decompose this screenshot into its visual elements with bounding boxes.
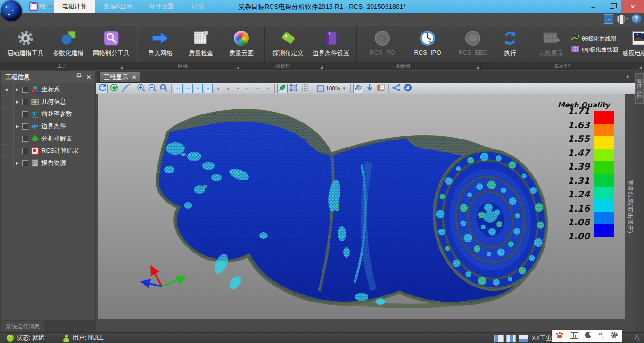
legend-color-band (594, 136, 614, 149)
menu-tab-4[interactable]: 软件设置 (141, 0, 182, 13)
menu-tab-1[interactable]: 工程 (25, 0, 54, 13)
gear-small-icon[interactable] (611, 331, 618, 341)
tree-checkbox[interactable] (22, 136, 28, 142)
ribbon-button-启动建模工具[interactable]: 启动建模工具 (3, 27, 48, 61)
ribbon-button-感应电磁流图[interactable]: 感应电磁流图 (618, 27, 644, 61)
ribbon-button-导入网格[interactable]: 导入网格 (140, 27, 181, 61)
tab-overflow-icon[interactable]: ▼ (626, 74, 630, 79)
zoom-window-button[interactable] (158, 84, 169, 93)
expand-icon[interactable]: ▶ (14, 161, 21, 165)
view-orientation-button-3[interactable]: xz (194, 84, 203, 93)
tree-item-分析求解器[interactable]: 分析求解器 (1, 132, 95, 145)
menu-tab-5[interactable]: 帮助 (182, 0, 212, 13)
ribbon-button-ψψ极化曲线图[interactable]: ψψ极化曲线图 (571, 46, 618, 54)
view-results-bar[interactable]: 查看结果(双击展开) (625, 94, 635, 318)
shaded-view-button[interactable] (289, 84, 299, 93)
view-orientation-button-6[interactable]: zy (223, 84, 232, 93)
ribbon-stack: θθ极化曲线图ψψ极化曲线图 (571, 27, 618, 61)
tree-item-RCS计算结果[interactable]: RCS计算结果 (1, 145, 95, 157)
app-logo-icon[interactable] (1, 0, 22, 21)
moon-icon[interactable] (585, 331, 592, 341)
close-button[interactable]: ✕ (621, 0, 644, 13)
tree-checkbox[interactable] (22, 148, 28, 154)
ribbon-button-质量检查[interactable]: 质量检查 (181, 27, 221, 61)
right-dock-strip (635, 70, 644, 332)
tree-item-报告资源[interactable]: ▶报告资源 (1, 157, 95, 169)
tree-item-边界条件[interactable]: ▶边界条件 (1, 120, 95, 132)
tree-checkbox[interactable] (22, 123, 28, 130)
share-button[interactable] (391, 84, 402, 93)
ime-item[interactable]: °, (599, 332, 604, 340)
help-button[interactable]: ? (632, 14, 641, 24)
ribbon-button-θθ极化曲线图[interactable]: θθ极化曲线图 (571, 35, 618, 43)
group-expand-icon[interactable] (237, 66, 239, 69)
layout-bottom-icon[interactable] (519, 335, 528, 342)
menu-tab-3[interactable]: 数据&显示 (95, 0, 141, 13)
expand-icon[interactable]: ▶ (14, 87, 21, 92)
rotate-button[interactable] (98, 84, 108, 93)
device-button[interactable]: ▾ (617, 16, 628, 22)
view-orientation-button-10[interactable]: zx (263, 84, 272, 93)
tree-checkbox[interactable] (22, 111, 28, 117)
down-arrow-button[interactable] (364, 84, 375, 93)
ribbon-button-label: 表格展示 (539, 49, 563, 57)
leaf-button[interactable] (277, 84, 288, 93)
close-panel-icon[interactable]: ✕ (86, 74, 91, 81)
tab-close-icon[interactable]: ✕ (132, 74, 136, 81)
ribbon-button-边界条件设置[interactable]: 边界条件设置 (308, 27, 354, 61)
tree-checkbox[interactable] (22, 99, 28, 105)
ribbon-button-RCS_IPO[interactable]: RCS_IPO (405, 27, 450, 61)
layout-left-icon[interactable] (494, 335, 504, 342)
wire-grid-button[interactable] (300, 84, 310, 93)
menu-tab-2[interactable]: 电磁计算 (54, 0, 95, 13)
pan-arrow-button[interactable] (120, 84, 131, 93)
layout-center-icon[interactable] (506, 335, 516, 342)
group-expand-icon[interactable] (476, 66, 479, 69)
restore-button[interactable] (603, 0, 621, 13)
zoom-out-button[interactable] (147, 84, 157, 93)
property-info-tab[interactable]: 属性信息 (635, 74, 644, 104)
ime-item[interactable]: 五 (570, 331, 578, 341)
tree-checkbox[interactable] (22, 160, 28, 166)
tab-3d-display[interactable]: 三维显示 ✕ (99, 72, 140, 83)
paw-icon[interactable] (555, 331, 564, 341)
expand-icon[interactable]: ▶ (14, 124, 21, 129)
group-expand-icon[interactable] (120, 66, 123, 69)
ribbon-button-质量云图[interactable]: 质量云图 (221, 27, 262, 61)
view-orientation-button-1[interactable]: xz (174, 84, 183, 93)
ribbon-button-参数化建模[interactable]: 参数化建模 (48, 27, 89, 61)
tree-gutter (1, 132, 14, 145)
face-select-button[interactable] (353, 84, 363, 93)
ime-toolbar[interactable]: 五°, (552, 330, 622, 342)
zoom-in-button[interactable] (136, 84, 146, 93)
zoom-out-icon (148, 83, 157, 93)
collapse-ribbon-button[interactable]: ︿ (604, 14, 613, 24)
view-orientation-button-8[interactable]: vxz (243, 84, 252, 93)
layers-folder-button[interactable] (376, 84, 386, 93)
minimize-button[interactable]: – (584, 0, 603, 13)
ribbon-button-探测角定义[interactable]: 探测角定义 (268, 27, 308, 61)
ribbon-button-执行[interactable]: 执行 (495, 27, 525, 61)
view-orientation-button-7[interactable]: zx (233, 84, 242, 93)
tree-item-几何信息[interactable]: ▶几何信息 (1, 96, 95, 108)
view-orientation-button-2[interactable]: zx (184, 84, 193, 93)
ribbon-group-工具: 启动建模工具参数化建模网格剖分工具 (0, 26, 137, 62)
pin-icon[interactable] (76, 74, 82, 81)
view-orientation-button-4[interactable]: zx (204, 84, 213, 93)
view-orientation-button-5[interactable]: zy (214, 84, 223, 93)
group-expand-icon[interactable] (320, 66, 323, 69)
system-message-tab[interactable]: 系统运行消息 (1, 321, 44, 332)
close-blue-button[interactable] (403, 84, 413, 93)
refresh-green-button[interactable] (109, 84, 119, 93)
tree-item-label: 报告资源 (41, 159, 66, 167)
zoom-level-select[interactable]: 100%▼ (315, 85, 348, 92)
view-orientation-button-9[interactable]: zvx (253, 84, 262, 93)
expand-icon[interactable]: ▶ (14, 99, 21, 104)
viewport-3d[interactable]: Mesh Quality 1.711.631.551.471.391.311.2… (98, 94, 625, 318)
tree-item-坐标系[interactable]: ▶▶坐标系 (1, 83, 95, 96)
tree-checkbox[interactable] (22, 87, 28, 93)
zoom-level-value: 100% (326, 85, 340, 92)
group-expand-icon[interactable] (639, 66, 642, 69)
tree-item-前处理参数[interactable]: T前处理参数 (1, 108, 95, 120)
ribbon-button-网格剖分工具[interactable]: 网格剖分工具 (89, 27, 134, 61)
